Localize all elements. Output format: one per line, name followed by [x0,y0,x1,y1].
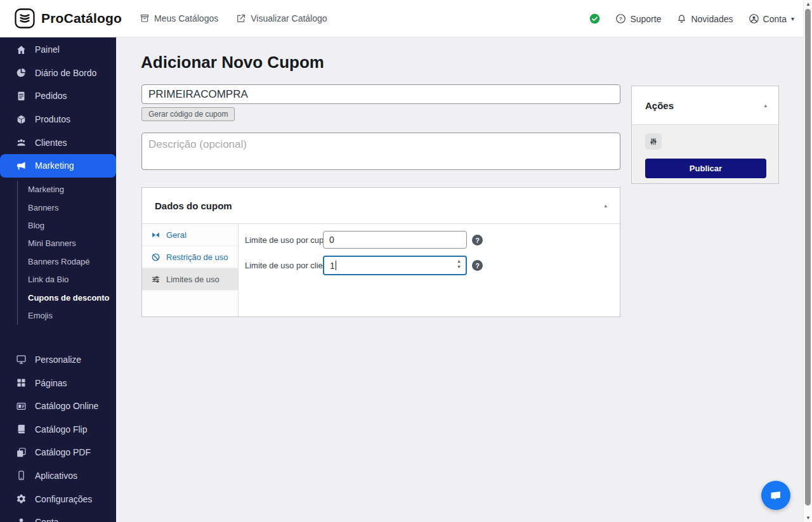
sidebar-item-paginas[interactable]: Páginas [0,371,116,395]
sidebar-label: Painel [35,44,60,55]
input-value: 1 [330,261,335,271]
submenu-item-banners-rodape[interactable]: Banners Rodapé [28,252,116,270]
sidebar-item-personalize[interactable]: Personalize [0,348,116,372]
sidebar: Painel Diário de Bordo Pedidos Produtos … [0,37,116,522]
procatalogo-logo-icon [14,8,36,29]
usage-limit-per-coupon-input[interactable] [323,231,467,249]
gear-icon [15,493,27,505]
sidebar-label: Clientes [35,138,67,148]
sidebar-label: Páginas [35,378,67,388]
description-textarea[interactable] [141,133,620,170]
browser-card-icon [15,400,27,412]
sidebar-item-diario-de-bordo[interactable]: Diário de Bordo [0,62,116,85]
chat-launcher-button[interactable] [761,481,790,510]
submenu-item-marketing[interactable]: Marketing [28,181,116,199]
generate-code-button[interactable]: Gerar código de cupom [141,107,235,121]
spinner-down-icon[interactable]: ▼ [457,264,461,270]
coupon-data-panel-title: Dados do cupom [155,200,232,211]
help-icon[interactable]: ? [472,260,483,271]
coupon-code-input[interactable] [141,84,620,104]
submenu-label: Emojis [28,311,53,320]
sidebar-item-marketing[interactable]: Marketing [0,154,116,178]
coupon-data-panel: Dados do cupom ▴ Geral Restrição de uso [141,187,620,317]
sidebar-item-clientes[interactable]: Clientes [0,131,116,154]
coupon-data-panel-header: Dados do cupom ▴ [142,188,620,224]
brand-logo[interactable]: ProCatálogo [0,8,122,29]
news-button[interactable]: Novidades [676,13,733,24]
sidebar-item-painel[interactable]: Painel [0,38,116,62]
nav-meus-catalogos[interactable]: Meus Catálogos [140,13,218,23]
panel-collapse-icon[interactable]: ▴ [761,100,769,111]
sidebar-item-catalogo-flip[interactable]: Catálogo Flip [0,417,116,441]
sidebar-item-configuracoes[interactable]: Configurações [0,487,116,511]
nav-visualizar-catalogo[interactable]: Visualizar Catálogo [236,13,327,23]
tab-label: Restrição de uso [166,252,228,262]
main-content: Adicionar Novo Cupom Gerar código de cup… [116,37,803,522]
usage-limit-per-customer-input[interactable]: 1 ▲ ▼ [323,256,467,275]
coupon-settings-button[interactable] [645,133,662,150]
sidebar-item-conta[interactable]: Conta [0,511,116,522]
scroll-down-arrow[interactable]: ▼ [804,515,812,521]
submenu-item-cupons-de-desconto[interactable]: Cupons de desconto [28,289,116,306]
submenu-label: Cupons de desconto [28,293,110,303]
submenu-item-emojis[interactable]: Emojis [28,306,116,324]
bell-icon [676,13,687,24]
caret-down-icon: ▾ [791,15,794,22]
tab-limites-de-uso[interactable]: Limites de uso [142,268,238,290]
files-icon [15,447,27,458]
book-icon [15,424,27,435]
sidebar-item-produtos[interactable]: Produtos [0,108,116,131]
spinner-up-icon[interactable]: ▲ [457,258,461,264]
sidebar-item-aplicativos[interactable]: Aplicativos [0,464,116,488]
submenu-label: Banners Rodapé [28,257,90,266]
sliders-icon [150,274,160,284]
smartphone-icon [15,470,27,481]
sidebar-item-pedidos[interactable]: Pedidos [0,84,116,108]
page-title: Adicionar Novo Cupom [141,53,324,72]
number-stepper[interactable]: ▲ ▼ [457,258,461,270]
sidebar-label: Conta [35,517,58,522]
support-label: Suporte [630,14,661,24]
marketing-submenu: Marketing Banners Blog Mini Banners Bann… [17,181,116,325]
external-link-icon [236,13,246,23]
sidebar-item-catalogo-online[interactable]: Catálogo Online [0,395,116,418]
tab-restricao-de-uso[interactable]: Restrição de uso [142,246,238,268]
sidebar-main-menu: Painel Diário de Bordo Pedidos Produtos … [0,37,116,178]
sidebar-label: Personalize [35,355,81,365]
megaphone-icon [15,160,27,171]
submenu-label: Banners [28,203,58,212]
account-menu[interactable]: Conta ▾ [749,13,794,24]
support-button[interactable]: ? Suporte [615,13,661,24]
home-icon [15,44,27,55]
sidebar-lower-menu: Personalize Páginas Catálogo Online Catá… [0,348,116,522]
grid-icon [15,377,27,389]
coupon-data-panel-body: Geral Restrição de uso Limites de uso Li… [142,224,620,316]
vertical-sliders-icon [649,137,658,146]
submenu-item-banners[interactable]: Banners [28,199,116,216]
sidebar-item-catalogo-pdf[interactable]: Catálogo PDF [0,441,116,464]
brand-name: ProCatálogo [41,11,122,26]
publish-button[interactable]: Publicar [645,159,766,178]
monitor-icon [15,354,27,365]
help-icon[interactable]: ? [472,235,483,245]
coupon-tabs: Geral Restrição de uso Limites de uso [142,224,239,316]
sidebar-label: Configurações [35,494,92,504]
sidebar-label: Catálogo Flip [35,424,88,434]
tab-label: Limites de uso [166,275,219,284]
submenu-item-mini-banners[interactable]: Mini Banners [28,235,116,252]
tab-geral[interactable]: Geral [142,224,238,246]
people-icon [15,137,27,148]
submenu-item-link-da-bio[interactable]: Link da Bio [28,271,116,289]
actions-panel: Ações ▴ Publicar [631,86,779,184]
scrollbar-thumb[interactable] [805,9,811,506]
scroll-up-arrow[interactable]: ▲ [804,1,812,7]
person-circle-icon [749,13,759,24]
submenu-item-blog[interactable]: Blog [28,216,116,234]
nav-label: Visualizar Catálogo [251,13,327,23]
status-check-icon [589,13,600,24]
panel-collapse-icon[interactable]: ▴ [601,200,610,211]
box-icon [15,114,27,125]
pie-chart-icon [15,67,27,79]
coupon-ticket-icon [150,230,160,240]
account-label: Conta [763,14,787,24]
